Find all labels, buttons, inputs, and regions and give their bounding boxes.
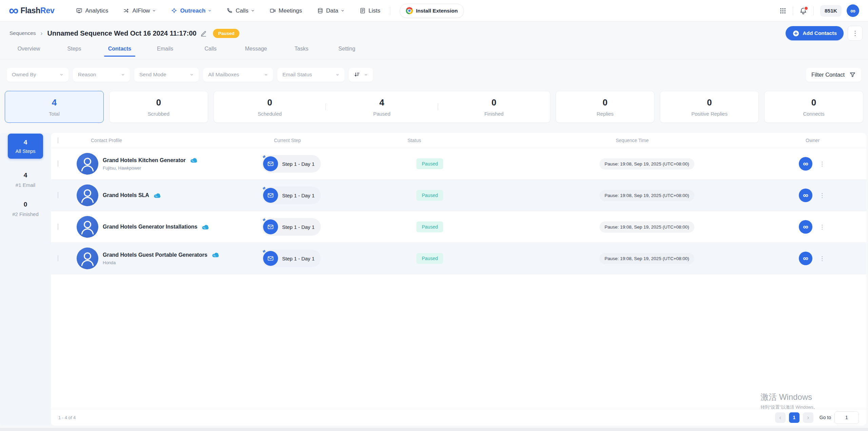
topbar-right-cluster: 851K ∞ — [780, 4, 859, 17]
page-title: Unnamed Sequence Wed Oct 16 2024 11:17:0… — [47, 30, 197, 37]
nav-item-calls[interactable]: Calls — [226, 7, 255, 14]
sidebar-item-step1-email[interactable]: 4 #1 Email — [0, 172, 51, 188]
next-page-button[interactable]: › — [803, 412, 813, 423]
add-contacts-button[interactable]: Add Contacts — [786, 26, 844, 40]
table-row: Grand Hotels Guest Portable Generators H… — [51, 243, 866, 274]
repeat-icon — [262, 155, 266, 159]
current-step-pill: Step 1 - Day 1 — [262, 218, 321, 236]
edit-title-button[interactable] — [200, 30, 207, 37]
stat-card-group: 0 Scheduled 4 Paused 0 Finished — [214, 91, 550, 123]
tab-setting[interactable]: Setting — [324, 43, 370, 52]
email-status-dropdown[interactable]: Email Status — [277, 68, 344, 82]
row-checkbox[interactable] — [58, 255, 58, 261]
status-badge: Paused — [416, 253, 443, 264]
stat-cell-paused[interactable]: 4 Paused — [326, 91, 438, 122]
chevron-down-icon — [251, 9, 255, 13]
sequence-more-button[interactable]: ⋮ — [848, 26, 863, 41]
flashrev-logo[interactable]: ∞ FlashRev — [9, 6, 54, 15]
tab-contacts[interactable]: Contacts — [97, 43, 142, 57]
nav-item-data[interactable]: Data — [317, 7, 344, 14]
nav-divider — [390, 6, 390, 15]
owner-avatar[interactable]: ∞ — [799, 252, 812, 265]
row-checkbox[interactable] — [58, 192, 58, 198]
sequence-tabs: Overview Steps Contacts Emails Calls Mes… — [0, 43, 868, 59]
contacts-table: Contact Profile Current Step Status Sequ… — [51, 133, 866, 426]
meetings-icon — [270, 7, 276, 14]
send-mode-dropdown[interactable]: Send Mode — [134, 68, 199, 82]
current-step-pill: Step 1 - Day 1 — [262, 250, 321, 267]
pencil-icon — [200, 30, 207, 37]
nav-item-aiflow[interactable]: AIFlow — [123, 7, 156, 14]
plus-circle-icon — [792, 30, 800, 37]
contact-stats: 4 Total 0 Scrubbed 0 Scheduled 4 Paused … — [0, 91, 868, 123]
tab-emails[interactable]: Emails — [142, 43, 188, 52]
goto-page-input[interactable] — [834, 411, 859, 424]
topbar-divider — [813, 6, 814, 15]
chevron-down-icon — [341, 9, 344, 13]
funnel-icon — [849, 72, 856, 78]
chevron-down-icon — [364, 73, 368, 77]
current-page-button[interactable]: 1 — [789, 412, 800, 423]
column-header-sequence-time: Sequence Time — [599, 138, 796, 143]
chevron-down-icon — [336, 73, 339, 77]
aiflow-icon — [123, 7, 130, 14]
contact-avatar — [77, 248, 98, 269]
stat-card-total[interactable]: 4 Total — [5, 91, 104, 123]
stat-cell-finished[interactable]: 0 Finished — [438, 91, 550, 122]
contact-avatar — [77, 184, 98, 206]
breadcrumb-sequences-link[interactable]: Sequences — [9, 30, 36, 36]
stat-card-connects[interactable]: 0 Connects — [764, 91, 863, 123]
user-avatar[interactable]: ∞ — [847, 4, 859, 17]
row-checkbox[interactable] — [58, 160, 58, 167]
pagination: ‹ 1 › Go to — [775, 411, 859, 424]
tab-calls[interactable]: Calls — [188, 43, 233, 52]
stat-card-scrubbed[interactable]: 0 Scrubbed — [109, 91, 208, 123]
install-extension-button[interactable]: Install Extension — [400, 4, 464, 18]
row-checkbox[interactable] — [58, 223, 58, 230]
tab-tasks[interactable]: Tasks — [279, 43, 324, 52]
prev-page-button[interactable]: ‹ — [775, 412, 786, 423]
topbar-divider — [793, 6, 793, 15]
select-all-checkbox[interactable] — [58, 137, 58, 143]
credits-badge[interactable]: 851K — [820, 5, 842, 17]
nav-item-outreach[interactable]: Outreach — [171, 7, 212, 14]
notifications-button[interactable] — [800, 7, 807, 15]
row-more-button[interactable]: ⋮ — [819, 255, 825, 262]
repeat-icon — [262, 186, 266, 190]
calls-icon — [226, 7, 233, 14]
owner-avatar[interactable]: ∞ — [799, 220, 812, 234]
breadcrumb-chevron-icon: › — [41, 30, 43, 37]
tab-message[interactable]: Message — [233, 43, 279, 52]
mailboxes-dropdown[interactable]: All Mailboxes — [203, 68, 273, 82]
row-more-button[interactable]: ⋮ — [819, 223, 825, 231]
nav-item-lists[interactable]: Lists — [359, 7, 380, 14]
stat-card-replies[interactable]: 0 Replies — [556, 91, 655, 123]
sidebar-item-all-steps[interactable]: 4 All Steps — [8, 134, 43, 159]
owned-by-dropdown[interactable]: Owned By — [7, 68, 68, 82]
tab-overview[interactable]: Overview — [6, 43, 52, 52]
owner-avatar[interactable]: ∞ — [799, 189, 812, 202]
notification-dot — [804, 6, 808, 11]
chevron-down-icon — [208, 9, 212, 13]
row-more-button[interactable]: ⋮ — [819, 192, 825, 199]
sidebar-item-step2-finished[interactable]: 0 #2 Finished — [0, 201, 51, 217]
nav-item-analytics[interactable]: Analytics — [76, 7, 108, 14]
chevron-down-icon — [121, 73, 125, 77]
stat-card-positive-replies[interactable]: 0 Positive Replies — [660, 91, 759, 123]
table-row: Grand Hotels Generator Installations Ste… — [51, 211, 866, 243]
data-icon — [317, 7, 323, 14]
stat-cell-scheduled[interactable]: 0 Scheduled — [214, 91, 326, 122]
sort-order-dropdown[interactable] — [349, 68, 373, 82]
flashrev-app: ∞ FlashRev Analytics AIFlow Outreach Cal… — [0, 0, 868, 431]
nav-item-meetings[interactable]: Meetings — [270, 7, 302, 14]
tab-steps[interactable]: Steps — [52, 43, 97, 52]
filter-contact-button[interactable]: Filter Contact — [806, 68, 861, 82]
sequence-header: Sequences › Unnamed Sequence Wed Oct 16 … — [0, 24, 868, 43]
reason-dropdown[interactable]: Reason — [73, 68, 130, 82]
contact-avatar — [77, 153, 98, 175]
owner-avatar[interactable]: ∞ — [799, 157, 812, 171]
apps-grid-button[interactable] — [780, 7, 786, 14]
kebab-icon: ⋮ — [852, 30, 858, 37]
row-more-button[interactable]: ⋮ — [819, 160, 825, 168]
apps-grid-icon — [780, 7, 786, 14]
